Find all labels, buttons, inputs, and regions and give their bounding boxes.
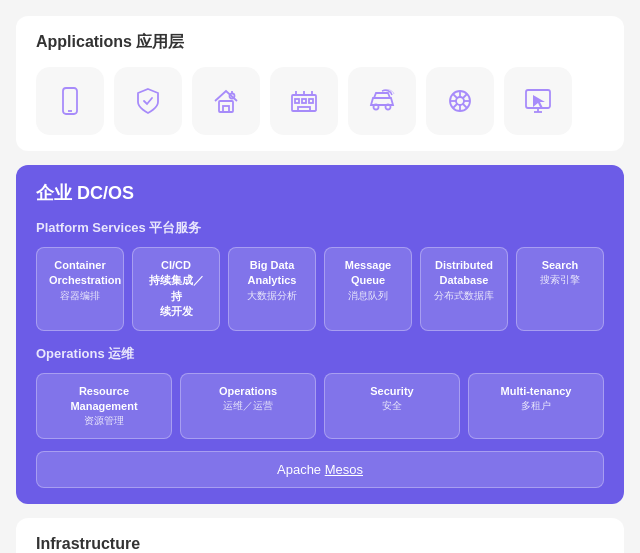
- operations-label: Operations 运维: [36, 345, 604, 363]
- security-card[interactable]: Security 安全: [324, 373, 460, 440]
- mobile-icon: [54, 85, 86, 117]
- container-orchestration-card[interactable]: ContainerOrchestration 容器编排: [36, 247, 124, 331]
- resource-management-card[interactable]: Resource Management 资源管理: [36, 373, 172, 440]
- shield-icon: [132, 85, 164, 117]
- platform-services-label: Platform Services 平台服务: [36, 219, 604, 237]
- security-icon-box[interactable]: [114, 67, 182, 135]
- big-data-en: Big DataAnalytics: [241, 258, 303, 289]
- distributed-db-zh: 分布式数据库: [433, 289, 495, 303]
- desktop-icon-box[interactable]: [504, 67, 572, 135]
- multi-tenancy-en: Multi-tenancy: [481, 384, 591, 399]
- operations-en: Operations: [193, 384, 303, 399]
- svg-rect-0: [63, 88, 77, 114]
- security-en: Security: [337, 384, 447, 399]
- svg-point-15: [374, 105, 379, 110]
- apache-mesos-bar[interactable]: Apache Mesos: [36, 451, 604, 488]
- container-orchestration-zh: 容器编排: [49, 289, 111, 303]
- platform-grid: ContainerOrchestration 容器编排 CI/CD持续集成／持续…: [36, 247, 604, 331]
- big-data-zh: 大数据分析: [241, 289, 303, 303]
- ai-icon: [444, 85, 476, 117]
- transport-icon: [366, 85, 398, 117]
- svg-rect-8: [302, 99, 306, 103]
- svg-rect-7: [295, 99, 299, 103]
- desktop-icon: [522, 85, 554, 117]
- distributed-db-card[interactable]: DistributedDatabase 分布式数据库: [420, 247, 508, 331]
- container-orchestration-en: ContainerOrchestration: [49, 258, 111, 289]
- operations-grid: Resource Management 资源管理 Operations 运维／运…: [36, 373, 604, 440]
- message-queue-card[interactable]: MessageQueue 消息队列: [324, 247, 412, 331]
- cicd-en: CI/CD持续集成／持续开发: [145, 258, 207, 320]
- svg-line-24: [463, 104, 467, 108]
- search-en: Search: [529, 258, 591, 273]
- resource-management-zh: 资源管理: [49, 414, 159, 428]
- infrastructure-section: Infrastructure基础设施 Private Cloud私有云: [16, 518, 624, 553]
- multi-tenancy-card[interactable]: Multi-tenancy 多租户: [468, 373, 604, 440]
- iot-icon-box[interactable]: [192, 67, 260, 135]
- mobile-icon-box[interactable]: [36, 67, 104, 135]
- svg-marker-30: [533, 95, 545, 109]
- app-icons-row: [36, 67, 604, 135]
- applications-title: Applications 应用层: [36, 32, 604, 53]
- big-data-card[interactable]: Big DataAnalytics 大数据分析: [228, 247, 316, 331]
- dcos-section: 企业 DC/OS Platform Services 平台服务 Containe…: [16, 165, 624, 504]
- operations-card[interactable]: Operations 运维／运营: [180, 373, 316, 440]
- svg-point-18: [456, 97, 464, 105]
- infrastructure-title: Infrastructure基础设施: [36, 534, 604, 553]
- iot-icon: [210, 85, 242, 117]
- applications-section: Applications 应用层: [16, 16, 624, 151]
- search-card[interactable]: Search 搜索引擎: [516, 247, 604, 331]
- multi-tenancy-zh: 多租户: [481, 399, 591, 413]
- svg-line-25: [463, 94, 467, 98]
- message-queue-zh: 消息队列: [337, 289, 399, 303]
- transport-icon-box[interactable]: [348, 67, 416, 135]
- page: Applications 应用层: [0, 0, 640, 553]
- svg-point-16: [386, 105, 391, 110]
- distributed-db-en: DistributedDatabase: [433, 258, 495, 289]
- ai-icon-box[interactable]: [426, 67, 494, 135]
- factory-icon-box[interactable]: [270, 67, 338, 135]
- security-zh: 安全: [337, 399, 447, 413]
- operations-zh: 运维／运营: [193, 399, 303, 413]
- message-queue-en: MessageQueue: [337, 258, 399, 289]
- dcos-title: 企业 DC/OS: [36, 181, 604, 205]
- svg-rect-9: [309, 99, 313, 103]
- svg-line-23: [453, 94, 457, 98]
- cicd-card[interactable]: CI/CD持续集成／持续开发: [132, 247, 220, 331]
- search-zh: 搜索引擎: [529, 273, 591, 287]
- svg-line-26: [453, 104, 457, 108]
- resource-management-en: Resource Management: [49, 384, 159, 415]
- svg-rect-10: [298, 107, 310, 111]
- svg-rect-3: [223, 106, 229, 112]
- factory-icon: [288, 85, 320, 117]
